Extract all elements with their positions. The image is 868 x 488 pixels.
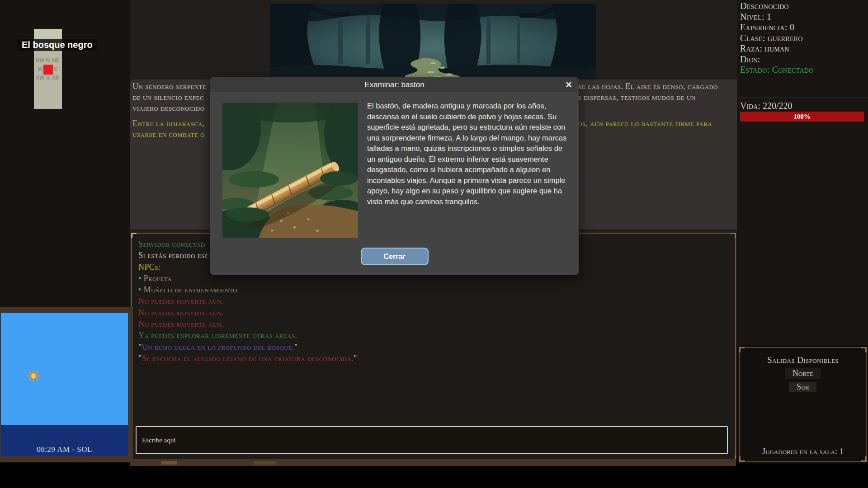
wood-texture-patch [161,461,177,465]
compass-cell-se: SE [52,73,60,82]
item-description: El bastón, de madera antigua y marcada p… [367,101,567,207]
chat-line: • Muñeco de entrenamiento [138,284,357,296]
panel-corner-ornament [131,233,137,238]
exits-title: Salidas Disponibles [740,355,866,365]
room-text-line: re las hojas. El aire es denso, cargado [578,82,718,91]
location-label: El bosque negro [17,39,97,51]
exit-buttons: NorteSur [740,368,866,392]
stats-panel: Desconocido Nivel: 1 Experiencia: 0 Clas… [740,1,866,75]
chat-line: "Un búho ulula en lo profundo del bosque… [138,342,357,353]
chat-line: No puedes moverte aún. [138,296,357,307]
panel-corner-ornament [731,233,736,238]
chat-line: No puedes moverte aún. [138,319,357,330]
panel-corner-ornament [861,456,867,462]
game-screen: Un sendero serpente de un silencio expec… [0,0,868,488]
stat-experience: Experiencia: 0 [740,22,866,33]
panel-corner-ornament [739,347,745,352]
compass-cell-sw: SW [36,73,44,82]
room-item-hint-line: os, aún parece lo bastante firme para [578,119,712,128]
close-modal-button[interactable]: Cerrar [361,248,429,265]
panel-corner-ornament [739,456,745,462]
room-item-hint-line: Entre la hojarasca, [132,119,205,128]
stat-class: Clase: guerrero [740,33,866,44]
wood-texture-patch [254,461,276,465]
stat-level: Nivel: 1 [740,12,866,23]
room-item-hint-line: usarse en combate o [132,130,205,139]
daycycle-panel: 08:29 AM - SOL [0,307,133,462]
forest-scene-svg [270,4,596,80]
time-strip: 08:29 AM - SOL [1,425,128,456]
panel-bottom-border [130,459,736,466]
stat-god: Dios: [740,54,866,65]
players-count: Jugadores en la sala: 1 [740,446,866,456]
hp-bar: 100% [740,112,864,122]
stats-divider [737,98,868,98]
exits-panel: Salidas Disponibles NorteSur Jugadores e… [739,347,867,462]
close-icon[interactable]: ✕ [565,77,572,92]
compass-cell-n: N [44,56,52,65]
compass-cell-nw: NW [36,56,44,65]
hp-label: Vida: 220/220 [740,101,792,111]
stat-status: Estado: Conectado [740,65,866,75]
hp-percent: 100% [793,113,811,120]
modal-title: Examinar: baston [210,77,579,92]
exit-button-sur[interactable]: Sur [789,382,816,392]
player-name: Desconocido [740,1,866,12]
modal-header: Examinar: baston ✕ [210,77,579,92]
chat-line: Ya puedes explorar libremente otras área… [138,330,357,341]
examine-modal: Examinar: baston ✕ [210,77,579,275]
message-input[interactable] [136,426,728,454]
sun-icon [27,370,40,382]
game-clock: 08:29 AM - SOL [1,445,128,454]
staff-illustration-svg [222,103,358,238]
player-marker [43,65,53,75]
compass-cell-e: E [52,65,60,73]
room-scene-image [270,4,596,80]
chat-line: No puedes moverte aún. [138,307,357,319]
stat-race: Raza: human [740,43,866,54]
item-image [222,103,358,238]
room-text-line: de un silencio expec [132,93,204,102]
compass-cell-ne: NE [52,56,60,65]
compass-row: NWNNE [36,56,60,65]
room-text-line: s dispersas, testigos mudos de un [578,93,696,102]
room-text-line: viajero desconocido [132,103,204,113]
room-text-line: Un sendero serpente [132,82,206,91]
panel-corner-ornament [861,347,867,352]
sky-view [1,313,128,425]
exit-button-norte[interactable]: Norte [785,368,821,379]
chat-line: "Se escucha el aullido lejano de una cri… [138,353,357,364]
modal-divider [222,242,566,242]
compass-cell-w: W [36,65,44,73]
